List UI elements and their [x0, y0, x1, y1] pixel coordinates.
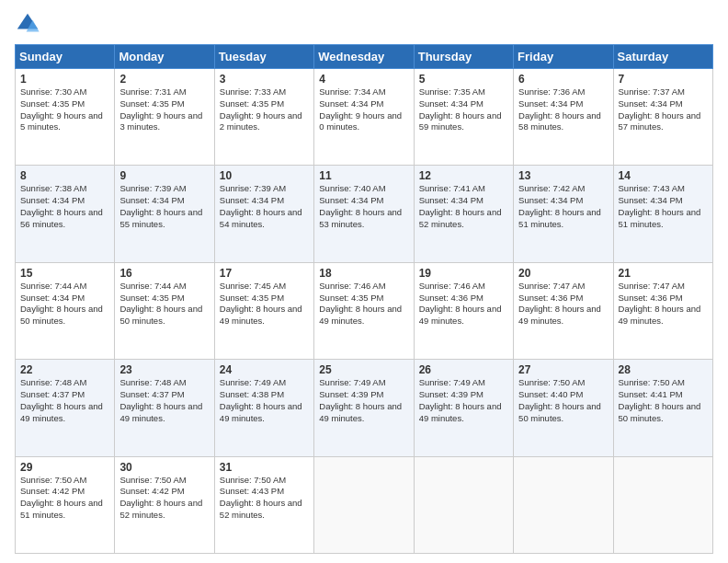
- sunset-label: Sunset: 4:36 PM: [419, 293, 483, 303]
- day-info: Sunrise: 7:49 AM Sunset: 4:38 PM Dayligh…: [220, 377, 309, 424]
- sunset-label: Sunset: 4:34 PM: [419, 98, 483, 109]
- day-number: 11: [319, 169, 408, 182]
- sunset-label: Sunset: 4:34 PM: [220, 195, 284, 205]
- day-info: Sunrise: 7:41 AM Sunset: 4:34 PM Dayligh…: [419, 183, 508, 230]
- day-number: 13: [518, 169, 608, 182]
- day-number: 7: [619, 73, 708, 86]
- calendar-cell: [514, 456, 613, 553]
- daylight-label: Daylight: 8 hours and 49 minutes.: [319, 304, 402, 326]
- calendar-cell: [613, 456, 712, 553]
- calendar-cell: 23 Sunrise: 7:48 AM Sunset: 4:37 PM Dayl…: [115, 360, 214, 456]
- calendar-cell: 22 Sunrise: 7:48 AM Sunset: 4:37 PM Dayl…: [16, 360, 115, 456]
- calendar-header-row: SundayMondayTuesdayWednesdayThursdayFrid…: [16, 45, 713, 69]
- sunset-label: Sunset: 4:35 PM: [20, 98, 85, 109]
- sunset-label: Sunset: 4:39 PM: [419, 389, 483, 399]
- day-number: 30: [119, 461, 209, 474]
- day-number: 1: [20, 73, 109, 86]
- sunset-label: Sunset: 4:37 PM: [119, 389, 184, 399]
- daylight-label: Daylight: 8 hours and 55 minutes.: [119, 207, 202, 229]
- day-number: 22: [20, 363, 109, 376]
- calendar-cell: [414, 456, 513, 553]
- calendar-cell: 4 Sunrise: 7:34 AM Sunset: 4:34 PM Dayli…: [314, 69, 414, 166]
- day-number: 17: [220, 267, 309, 280]
- sunset-label: Sunset: 4:34 PM: [518, 195, 583, 205]
- day-number: 23: [119, 363, 209, 376]
- sunrise-label: Sunrise: 7:50 AM: [20, 475, 86, 485]
- sunrise-label: Sunrise: 7:50 AM: [619, 377, 685, 387]
- sunset-label: Sunset: 4:42 PM: [20, 486, 85, 496]
- calendar-cell: 27 Sunrise: 7:50 AM Sunset: 4:40 PM Dayl…: [514, 360, 613, 456]
- day-info: Sunrise: 7:48 AM Sunset: 4:37 PM Dayligh…: [119, 377, 209, 424]
- sunset-label: Sunset: 4:35 PM: [220, 293, 284, 303]
- day-info: Sunrise: 7:46 AM Sunset: 4:36 PM Dayligh…: [419, 281, 508, 327]
- day-info: Sunrise: 7:49 AM Sunset: 4:39 PM Dayligh…: [419, 377, 508, 424]
- sunrise-label: Sunrise: 7:39 AM: [220, 183, 286, 193]
- daylight-label: Daylight: 8 hours and 52 minutes.: [419, 207, 502, 229]
- sunrise-label: Sunrise: 7:47 AM: [619, 281, 685, 291]
- day-info: Sunrise: 7:44 AM Sunset: 4:34 PM Dayligh…: [20, 281, 109, 327]
- day-number: 24: [220, 363, 309, 376]
- sunset-label: Sunset: 4:36 PM: [518, 293, 583, 303]
- daylight-label: Daylight: 8 hours and 51 minutes.: [619, 207, 701, 229]
- calendar-day-header: Wednesday: [314, 45, 414, 69]
- daylight-label: Daylight: 8 hours and 52 minutes.: [119, 498, 202, 520]
- calendar-day-header: Sunday: [16, 45, 115, 69]
- calendar-cell: 26 Sunrise: 7:49 AM Sunset: 4:39 PM Dayl…: [414, 360, 513, 456]
- calendar-cell: 19 Sunrise: 7:46 AM Sunset: 4:36 PM Dayl…: [414, 262, 513, 359]
- daylight-label: Daylight: 8 hours and 49 minutes.: [619, 304, 701, 326]
- calendar-week-row: 29 Sunrise: 7:50 AM Sunset: 4:42 PM Dayl…: [16, 456, 713, 553]
- sunrise-label: Sunrise: 7:49 AM: [419, 377, 485, 387]
- day-number: 19: [419, 267, 508, 280]
- sunrise-label: Sunrise: 7:37 AM: [619, 86, 685, 97]
- sunset-label: Sunset: 4:34 PM: [20, 195, 85, 205]
- day-number: 14: [619, 169, 708, 182]
- daylight-label: Daylight: 8 hours and 49 minutes.: [20, 401, 103, 423]
- sunrise-label: Sunrise: 7:48 AM: [119, 377, 186, 387]
- day-info: Sunrise: 7:50 AM Sunset: 4:43 PM Dayligh…: [220, 475, 309, 522]
- day-info: Sunrise: 7:37 AM Sunset: 4:34 PM Dayligh…: [619, 86, 708, 133]
- day-info: Sunrise: 7:39 AM Sunset: 4:34 PM Dayligh…: [220, 183, 309, 230]
- sunset-label: Sunset: 4:34 PM: [119, 195, 184, 205]
- sunset-label: Sunset: 4:41 PM: [619, 389, 683, 399]
- day-number: 10: [220, 169, 309, 182]
- day-info: Sunrise: 7:31 AM Sunset: 4:35 PM Dayligh…: [119, 86, 209, 133]
- daylight-label: Daylight: 8 hours and 59 minutes.: [419, 110, 502, 132]
- day-info: Sunrise: 7:36 AM Sunset: 4:34 PM Dayligh…: [518, 86, 608, 133]
- sunrise-label: Sunrise: 7:44 AM: [20, 281, 86, 291]
- calendar-cell: 21 Sunrise: 7:47 AM Sunset: 4:36 PM Dayl…: [613, 262, 712, 359]
- sunset-label: Sunset: 4:38 PM: [220, 389, 284, 399]
- day-number: 31: [220, 461, 309, 474]
- calendar-cell: 29 Sunrise: 7:50 AM Sunset: 4:42 PM Dayl…: [16, 456, 115, 553]
- day-number: 15: [20, 267, 109, 280]
- day-number: 26: [419, 363, 508, 376]
- day-number: 2: [119, 73, 209, 86]
- page: SundayMondayTuesdayWednesdayThursdayFrid…: [0, 0, 728, 563]
- sunset-label: Sunset: 4:35 PM: [119, 98, 184, 109]
- sunset-label: Sunset: 4:40 PM: [518, 389, 583, 399]
- daylight-label: Daylight: 8 hours and 50 minutes.: [518, 401, 601, 423]
- calendar-cell: 6 Sunrise: 7:36 AM Sunset: 4:34 PM Dayli…: [514, 69, 613, 166]
- day-info: Sunrise: 7:39 AM Sunset: 4:34 PM Dayligh…: [119, 183, 209, 230]
- calendar-cell: 24 Sunrise: 7:49 AM Sunset: 4:38 PM Dayl…: [214, 360, 313, 456]
- day-number: 5: [419, 73, 508, 86]
- daylight-label: Daylight: 8 hours and 49 minutes.: [419, 401, 502, 423]
- day-number: 20: [518, 267, 608, 280]
- calendar-cell: 7 Sunrise: 7:37 AM Sunset: 4:34 PM Dayli…: [613, 69, 712, 166]
- calendar-cell: 1 Sunrise: 7:30 AM Sunset: 4:35 PM Dayli…: [16, 69, 115, 166]
- calendar-cell: 20 Sunrise: 7:47 AM Sunset: 4:36 PM Dayl…: [514, 262, 613, 359]
- calendar-day-header: Tuesday: [214, 45, 313, 69]
- daylight-label: Daylight: 8 hours and 56 minutes.: [20, 207, 103, 229]
- sunrise-label: Sunrise: 7:42 AM: [518, 183, 585, 193]
- day-info: Sunrise: 7:50 AM Sunset: 4:40 PM Dayligh…: [518, 377, 608, 424]
- daylight-label: Daylight: 9 hours and 2 minutes.: [220, 110, 302, 132]
- calendar-cell: 30 Sunrise: 7:50 AM Sunset: 4:42 PM Dayl…: [115, 456, 214, 553]
- calendar-week-row: 1 Sunrise: 7:30 AM Sunset: 4:35 PM Dayli…: [16, 69, 713, 166]
- daylight-label: Daylight: 8 hours and 52 minutes.: [220, 498, 302, 520]
- daylight-label: Daylight: 9 hours and 5 minutes.: [20, 110, 103, 132]
- day-info: Sunrise: 7:44 AM Sunset: 4:35 PM Dayligh…: [119, 281, 209, 327]
- sunset-label: Sunset: 4:34 PM: [20, 293, 85, 303]
- sunrise-label: Sunrise: 7:40 AM: [319, 183, 385, 193]
- day-info: Sunrise: 7:38 AM Sunset: 4:34 PM Dayligh…: [20, 183, 109, 230]
- calendar-day-header: Saturday: [613, 45, 712, 69]
- day-number: 12: [419, 169, 508, 182]
